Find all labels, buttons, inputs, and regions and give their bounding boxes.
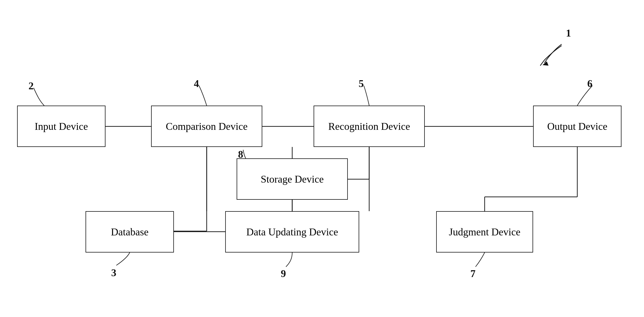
output-device-label: Output Device (547, 120, 608, 132)
svg-line-15 (540, 60, 545, 66)
data-updating-device-box: Data Updating Device (225, 211, 359, 253)
number-4: 4 (194, 78, 199, 90)
number-2: 2 (29, 80, 34, 92)
number-8: 8 (238, 148, 243, 160)
storage-device-label: Storage Device (261, 173, 324, 185)
input-device-label: Input Device (35, 120, 88, 132)
recognition-device-box: Recognition Device (314, 106, 425, 147)
judgment-device-box: Judgment Device (436, 211, 533, 253)
number-7: 7 (470, 268, 476, 280)
database-label: Database (111, 226, 149, 238)
number-9: 9 (281, 268, 286, 280)
diagram: 1 Input Device 2 Comparison Device 4 Rec… (0, 0, 644, 317)
comparison-device-box: Comparison Device (151, 106, 262, 147)
input-device-box: Input Device (17, 106, 105, 147)
svg-marker-16 (543, 61, 548, 66)
database-box: Database (86, 211, 174, 253)
comparison-device-label: Comparison Device (166, 120, 248, 132)
number-6: 6 (587, 78, 592, 90)
storage-device-box: Storage Device (237, 158, 348, 200)
recognition-device-label: Recognition Device (328, 120, 410, 132)
number-5: 5 (359, 78, 364, 90)
ref-number-1: 1 (566, 27, 571, 39)
data-updating-device-label: Data Updating Device (246, 226, 338, 238)
output-device-box: Output Device (533, 106, 621, 147)
judgment-device-label: Judgment Device (449, 226, 521, 238)
number-3: 3 (111, 267, 116, 279)
